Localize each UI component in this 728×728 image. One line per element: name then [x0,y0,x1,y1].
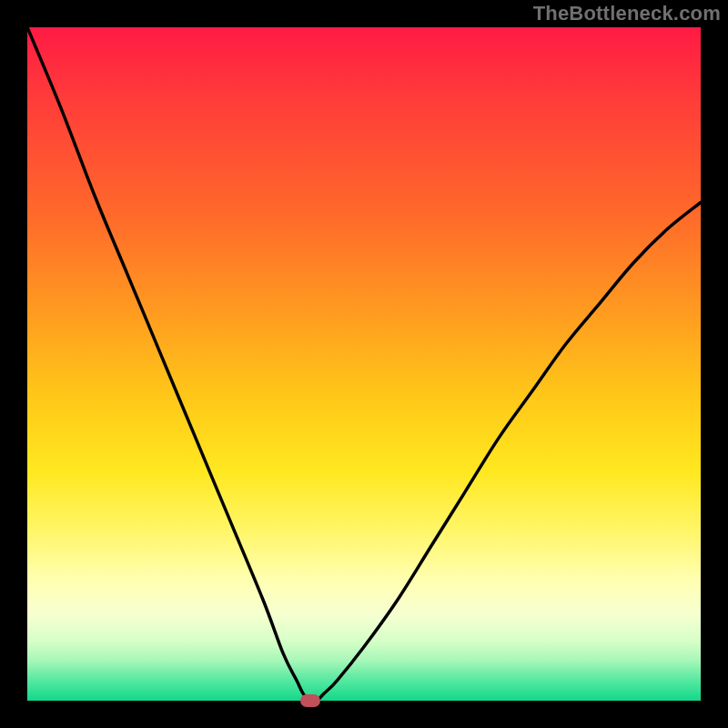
optimal-point-marker [300,694,320,707]
chart-frame: TheBottleneck.com [0,0,728,728]
plot-area [27,27,701,701]
bottleneck-curve [27,27,701,701]
watermark-text: TheBottleneck.com [533,2,721,25]
